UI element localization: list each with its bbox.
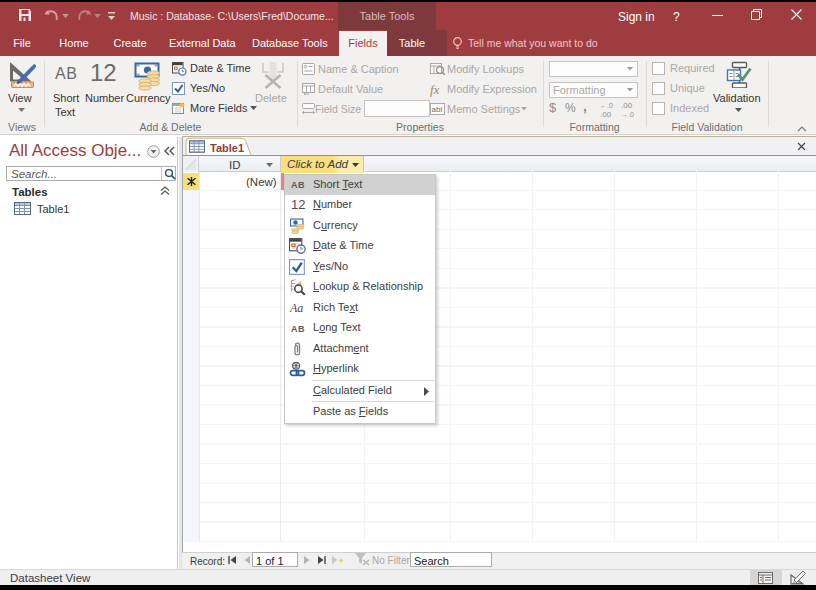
svg-text:abl: abl [432, 105, 443, 114]
